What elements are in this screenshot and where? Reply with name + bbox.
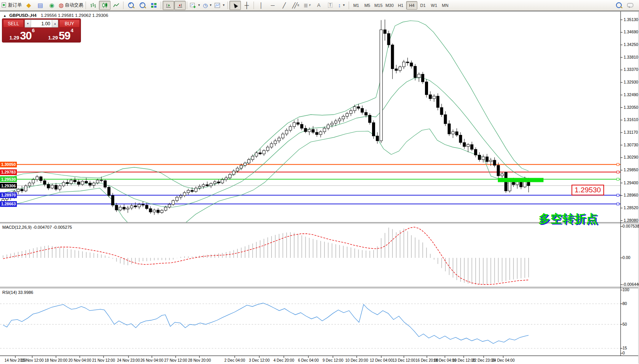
- candle: [338, 119, 341, 121]
- candle: [153, 210, 156, 212]
- buy-price-pip: 4: [71, 25, 73, 36]
- symbol-info-line[interactable]: ▲ GBPUSD-,H4 1.29556 1.29581 1.29062 1.2…: [3, 13, 108, 18]
- candle: [436, 96, 439, 108]
- candle: [312, 130, 315, 132]
- line-handle[interactable]: [617, 171, 619, 173]
- price-tick-label: 1.31610: [624, 117, 638, 122]
- volume-up-button[interactable]: ▲: [52, 20, 58, 27]
- candle: [217, 182, 220, 183]
- candle: [440, 108, 443, 115]
- candle: [331, 123, 333, 125]
- line-chart-button[interactable]: [110, 1, 122, 10]
- candle: [119, 207, 122, 210]
- chinese-annotation[interactable]: 多空转折点: [539, 211, 598, 227]
- text-tool-button[interactable]: A: [313, 1, 324, 10]
- new-window-button[interactable]: ▤: [35, 1, 46, 10]
- candle: [255, 153, 258, 156]
- price-tick-label: 1.31170: [624, 130, 638, 134]
- autotrade-button[interactable]: ◍ 自动交易: [58, 1, 84, 10]
- cursor-tool-button[interactable]: [229, 1, 241, 10]
- signals-icon: ◉: [49, 3, 54, 8]
- zoom-out-button[interactable]: −: [137, 1, 148, 10]
- chat-button[interactable]: [624, 1, 636, 10]
- bar-chart-button[interactable]: [87, 1, 99, 10]
- autotrade-label: 自动交易: [65, 2, 83, 8]
- buy-button[interactable]: BUY: [59, 20, 80, 28]
- level-price-box[interactable]: 1.29530: [0, 176, 17, 182]
- candle: [191, 190, 193, 192]
- hline-tool-button[interactable]: ─: [267, 1, 278, 10]
- tab-timeframe-M1[interactable]: M1: [351, 1, 362, 10]
- candle: [47, 184, 50, 188]
- candle: [43, 181, 46, 185]
- chart-shift-icon: [177, 3, 183, 8]
- fibonacci-icon: ≣: [304, 3, 308, 8]
- templates-button[interactable]: ▼: [213, 1, 226, 10]
- arrows-tool-button[interactable]: ↕▼: [336, 1, 347, 10]
- candle: [240, 165, 242, 168]
- time-label: 13 Dec 12:00: [392, 358, 415, 362]
- candle-chart-button[interactable]: [99, 1, 110, 10]
- candle: [433, 96, 435, 99]
- ohlc-values: 1.29556 1.29581 1.29062 1.29306: [41, 13, 108, 18]
- zoom-in-button[interactable]: +: [125, 1, 137, 10]
- trendline-icon: ╱: [283, 3, 286, 8]
- price-tag-label[interactable]: 1.29530: [571, 185, 604, 195]
- candle: [482, 157, 484, 159]
- candle: [346, 113, 348, 116]
- chart-shift-button[interactable]: [174, 1, 186, 10]
- highlight-trendline[interactable]: [498, 178, 543, 182]
- tab-timeframe-M5[interactable]: M5: [362, 1, 373, 10]
- window-icon: ▤: [38, 3, 43, 8]
- chart-canvas[interactable]: [0, 11, 639, 364]
- line-handle[interactable]: [617, 178, 619, 180]
- tab-timeframe-MN[interactable]: MN: [440, 1, 451, 10]
- line-handle[interactable]: [617, 194, 619, 196]
- new-order-button[interactable]: 新订单: [0, 1, 23, 10]
- line-handle[interactable]: [617, 163, 619, 166]
- candle: [391, 45, 394, 69]
- signals-button[interactable]: ◉: [46, 1, 58, 10]
- candle: [327, 125, 329, 128]
- candle: [319, 132, 322, 134]
- sell-price[interactable]: 1.29306: [3, 28, 41, 41]
- tab-timeframe-M15[interactable]: M15: [373, 1, 384, 10]
- tile-windows-button[interactable]: [148, 1, 160, 10]
- auto-scroll-button[interactable]: [163, 1, 174, 10]
- level-price-box[interactable]: 1.28970: [0, 192, 17, 198]
- zoom-out-icon: −: [140, 2, 145, 8]
- candle: [293, 123, 295, 126]
- candle: [229, 174, 231, 178]
- tab-timeframe-H4[interactable]: H4: [406, 1, 417, 10]
- sell-button[interactable]: SELL: [3, 20, 24, 28]
- level-price-box[interactable]: 1.30050: [0, 162, 17, 167]
- label-tool-button[interactable]: T: [324, 1, 336, 10]
- tab-timeframe-W1[interactable]: W1: [428, 1, 440, 10]
- crosshair-tool-button[interactable]: ┼: [241, 1, 252, 10]
- fibonacci-tool-button[interactable]: ≣F: [301, 1, 313, 10]
- time-label: 19 Dec 12:00: [452, 358, 475, 362]
- level-price-box[interactable]: 1.28663: [0, 201, 17, 207]
- candle: [429, 95, 431, 98]
- periods-button[interactable]: ◷ ▼: [202, 1, 213, 10]
- tab-timeframe-M30[interactable]: M30: [384, 1, 395, 10]
- trendline-tool-button[interactable]: ╱: [278, 1, 290, 10]
- volume-down-button[interactable]: ▼: [25, 20, 31, 27]
- text-icon: A: [317, 3, 321, 8]
- tab-timeframe-H1[interactable]: H1: [395, 1, 406, 10]
- level-price-box[interactable]: 1.29783: [0, 169, 17, 175]
- tab-timeframe-D1[interactable]: D1: [417, 1, 428, 10]
- vline-tool-button[interactable]: │: [255, 1, 267, 10]
- candle: [508, 182, 511, 191]
- candle: [168, 204, 171, 207]
- buy-price[interactable]: 1.29594: [42, 28, 80, 41]
- collapse-triangle-icon[interactable]: ▲: [3, 14, 7, 18]
- candle: [274, 141, 277, 144]
- indicators-button[interactable]: ▼: [189, 1, 202, 10]
- channel-tool-button[interactable]: ╱╱E: [290, 1, 301, 10]
- candle: [194, 188, 197, 192]
- line-handle[interactable]: [617, 203, 619, 205]
- search-button[interactable]: [613, 1, 624, 10]
- market-watch-button[interactable]: ◆: [23, 1, 35, 10]
- chart-window[interactable]: 1.351301.346901.342501.338101.333701.329…: [0, 11, 639, 364]
